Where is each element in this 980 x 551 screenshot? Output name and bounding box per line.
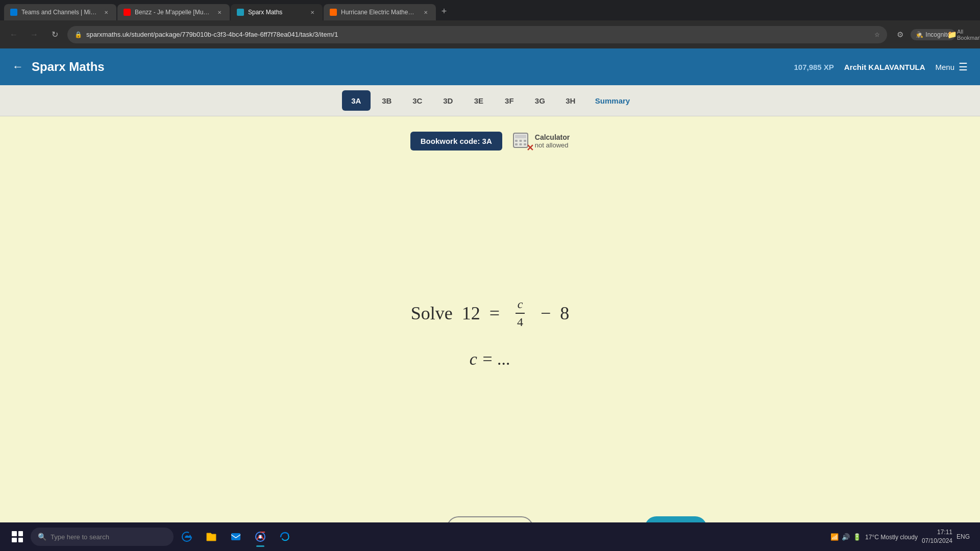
weather-text: 17°C Mostly cloudy	[865, 534, 918, 541]
task-tab-bar: 3A 3B 3C 3D 3E 3F 3G 3H Summary	[0, 85, 980, 116]
equation-display: Solve 12 = c 4 − 8	[411, 297, 570, 330]
tab-3g[interactable]: 3G	[526, 90, 554, 111]
forward-button[interactable]: →	[27, 27, 42, 42]
math-content: Solve 12 = c 4 − 8 c = ...	[242, 161, 738, 505]
address-bar[interactable]: 🔒 sparxmaths.uk/student/package/779b010b…	[67, 26, 887, 43]
tab-3c[interactable]: 3C	[403, 90, 432, 111]
calculator-status: not allowed	[535, 141, 570, 149]
bookwork-row: Bookwork code: 3A	[242, 132, 738, 151]
taskbar-app-edge[interactable]	[176, 525, 198, 548]
tab-title-2: Benzz - Je M'appelle [Mus...	[135, 9, 211, 16]
xp-display: 107,985 XP	[794, 63, 834, 71]
reload-button[interactable]: ↻	[47, 27, 62, 42]
taskbar-app-chrome[interactable]	[249, 525, 272, 548]
svg-rect-8	[231, 533, 240, 540]
system-tray: 📶 🔊 🔋	[830, 533, 861, 541]
edge-icon	[181, 531, 193, 543]
calculator-badge: ✕ Calculator not allowed	[512, 132, 570, 151]
tab-close-4[interactable]: ✕	[422, 8, 430, 16]
user-name: Archit KALAVANTULA	[844, 63, 925, 71]
tab-title-3: Sparx Maths	[248, 9, 304, 16]
tab-close-2[interactable]: ✕	[215, 8, 224, 16]
tab-3d[interactable]: 3D	[434, 90, 462, 111]
time-display: 17:11 07/10/2024	[922, 528, 952, 545]
tab-3e[interactable]: 3E	[464, 90, 493, 111]
frac-numerator: c	[516, 297, 525, 314]
tab-title-1: Teams and Channels | Microso...	[21, 9, 98, 16]
frac-denominator: 4	[515, 314, 525, 330]
edge2-icon	[279, 531, 291, 543]
outlook-icon	[230, 531, 242, 543]
taskbar: 🔍 Type here to search	[0, 522, 980, 551]
app-header: ← Sparx Maths 107,985 XP Archit KALAVANT…	[0, 48, 980, 85]
bookwork-code: Bookwork code: 3A	[410, 132, 502, 151]
browser-tab-4[interactable]: Hurricane Electric Mathemati... ✕	[324, 4, 436, 20]
svg-rect-2	[515, 140, 518, 142]
tab-3b[interactable]: 3B	[373, 90, 401, 111]
network-icon: 📶	[830, 533, 839, 541]
language-indicator: ENG	[957, 533, 970, 540]
svg-rect-6	[519, 143, 522, 145]
question-panel: Bookwork code: 3A	[242, 116, 738, 551]
tab-title-4: Hurricane Electric Mathemati...	[341, 9, 418, 16]
taskbar-left: 🔍 Type here to search	[6, 525, 296, 548]
browser-tab-2[interactable]: Benzz - Je M'appelle [Mus... ✕	[117, 4, 230, 20]
taskbar-right: 📶 🔊 🔋 17°C Mostly cloudy 17:11 07/10/202…	[830, 528, 974, 545]
fraction-c-over-4: c 4	[515, 297, 525, 330]
task-area: 3A 3B 3C 3D 3E 3F 3G 3H Summary Bookwork…	[0, 85, 980, 551]
back-nav-button[interactable]: ←	[12, 60, 23, 73]
svg-rect-5	[515, 143, 518, 145]
taskbar-search-box[interactable]: 🔍 Type here to search	[31, 528, 174, 546]
address-bar-row: ← → ↻ 🔒 sparxmaths.uk/student/package/77…	[0, 20, 980, 48]
battery-icon: 🔋	[853, 533, 861, 541]
incognito-icon: 🕵	[916, 31, 923, 38]
tab-favicon-2	[124, 9, 131, 16]
hamburger-icon: ☰	[959, 61, 968, 73]
tab-close-1[interactable]: ✕	[102, 8, 110, 16]
bookmarks-button[interactable]: 📁 All Bookmarks	[959, 27, 974, 42]
taskbar-app-outlook[interactable]	[225, 525, 247, 548]
lock-icon: 🔒	[75, 31, 82, 38]
tab-summary[interactable]: Summary	[587, 90, 638, 111]
volume-icon: 🔊	[842, 533, 850, 541]
tab-bar: Teams and Channels | Microso... ✕ Benzz …	[0, 0, 980, 20]
header-right: 107,985 XP Archit KALAVANTULA Menu ☰	[794, 61, 968, 73]
svg-rect-1	[515, 135, 526, 138]
calculator-x-mark: ✕	[526, 143, 534, 153]
tab-favicon-4	[330, 9, 337, 16]
taskbar-app-file-explorer[interactable]	[200, 525, 223, 548]
header-left: ← Sparx Maths	[12, 60, 105, 74]
tab-3a[interactable]: 3A	[342, 90, 371, 111]
taskbar-app-edge2[interactable]	[274, 525, 296, 548]
equation-solve: Solve 12 =	[411, 303, 509, 324]
browser-tab-3[interactable]: Sparx Maths ✕	[231, 4, 323, 20]
browser-chrome: Teams and Channels | Microso... ✕ Benzz …	[0, 0, 980, 48]
menu-label: Menu	[935, 63, 954, 71]
windows-logo	[12, 531, 23, 542]
svg-rect-3	[519, 140, 522, 142]
start-button[interactable]	[6, 525, 29, 548]
star-icon: ☆	[874, 31, 880, 38]
menu-button[interactable]: Menu ☰	[935, 61, 968, 73]
clock-date: 07/10/2024	[922, 537, 952, 545]
app-logo: Sparx Maths	[32, 60, 105, 74]
taskbar-search-icon: 🔍	[38, 533, 46, 541]
weather-widget[interactable]: 17°C Mostly cloudy	[865, 532, 918, 541]
incognito-label: Incognito	[925, 31, 950, 38]
back-button[interactable]: ←	[6, 27, 21, 42]
calculator-icon: ✕	[512, 132, 531, 151]
equation-minus: − 8	[531, 303, 569, 324]
tab-close-3[interactable]: ✕	[308, 8, 316, 16]
app-container: ← Sparx Maths 107,985 XP Archit KALAVANT…	[0, 48, 980, 551]
file-explorer-icon	[205, 531, 217, 543]
chrome-icon	[254, 531, 266, 543]
taskbar-search-text: Type here to search	[51, 533, 109, 541]
tab-3f[interactable]: 3F	[495, 90, 524, 111]
new-tab-button[interactable]: +	[437, 4, 451, 18]
browser-actions: ⚙ 🕵 Incognito 📁 All Bookmarks	[892, 27, 974, 42]
tab-3h[interactable]: 3H	[556, 90, 585, 111]
question-area: Bookwork code: 3A	[0, 116, 980, 551]
calculator-label: Calculator	[535, 133, 570, 141]
browser-tab-1[interactable]: Teams and Channels | Microso... ✕	[4, 4, 116, 20]
extensions-button[interactable]: ⚙	[892, 27, 908, 42]
